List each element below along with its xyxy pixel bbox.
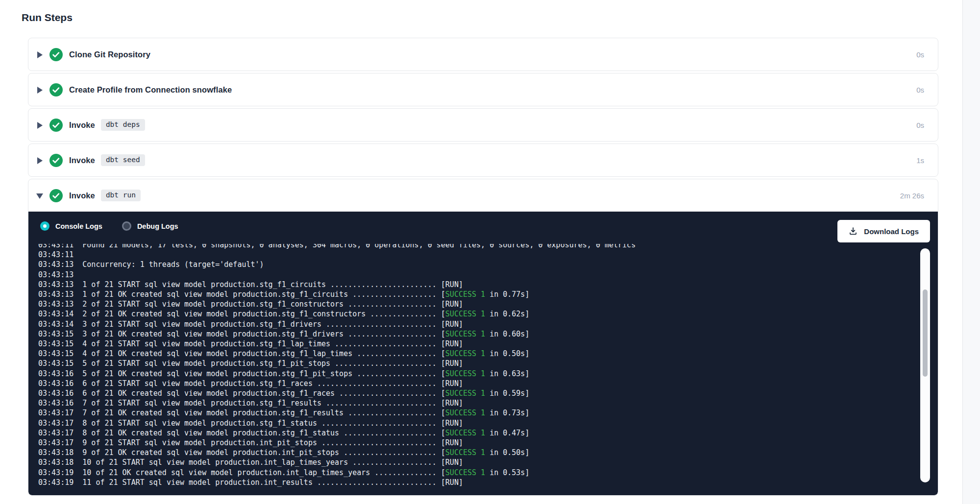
- console-logs-label[interactable]: Console Logs: [55, 222, 102, 230]
- log-line: 03:43:15 4 of 21 START sql view model pr…: [38, 339, 914, 349]
- log-line: 03:43:17 8 of 21 START sql view model pr…: [38, 418, 914, 428]
- check-circle-icon: [49, 154, 63, 167]
- chevron-right-icon[interactable]: [36, 86, 44, 94]
- log-line: 03:43:16 7 of 21 START sql view model pr…: [38, 398, 914, 408]
- log-line: 03:43:18 9 of 21 OK created sql view mod…: [38, 448, 914, 457]
- log-line: 03:43:17 8 of 21 OK created sql view mod…: [38, 428, 914, 438]
- step-command-badge: dbt run: [101, 190, 141, 201]
- log-line: 03:43:17 7 of 21 OK created sql view mod…: [38, 408, 914, 418]
- log-line: 03:43:15 5 of 21 START sql view model pr…: [38, 359, 914, 368]
- step-duration: 1s: [916, 156, 924, 165]
- log-line: 03:43:19 10 of 21 OK created sql view mo…: [38, 468, 914, 478]
- chevron-right-icon[interactable]: [36, 51, 44, 58]
- log-line: 03:43:13 Concurrency: 1 threads (target=…: [38, 260, 914, 269]
- download-icon: [849, 227, 858, 236]
- log-line: 03:43:19 11 of 21 START sql view model p…: [38, 478, 914, 487]
- step-title: Clone Git Repository: [69, 50, 150, 59]
- log-line: 03:43:17 9 of 21 START sql view model pr…: [38, 438, 914, 448]
- run-steps-list: Clone Git Repository 0s Create Profile f…: [28, 38, 938, 496]
- log-line: 03:43:16 6 of 21 OK created sql view mod…: [38, 388, 914, 398]
- log-line: 03:43:16 6 of 21 START sql view model pr…: [38, 379, 914, 388]
- step-title: Create Profile from Connection snowflake: [69, 85, 232, 95]
- chevron-down-icon[interactable]: [36, 192, 44, 199]
- debug-logs-radio-option[interactable]: Debug Logs: [122, 221, 178, 231]
- step-card-dbt-seed: Invoke dbt seed 1s: [28, 144, 938, 177]
- step-header-clone-git[interactable]: Clone Git Repository 0s: [28, 38, 938, 71]
- step-card-dbt-run: Invoke dbt run 2m 26s Console Logs Debug…: [28, 179, 938, 496]
- log-lines: 03:43:11 Found 21 models, 17 tests, 0 sn…: [38, 244, 914, 487]
- chevron-right-icon[interactable]: [36, 121, 44, 129]
- log-line: 03:43:11: [38, 250, 914, 260]
- radio-selected-icon[interactable]: [40, 221, 49, 231]
- step-title: Invoke: [69, 191, 95, 200]
- debug-logs-label[interactable]: Debug Logs: [137, 222, 178, 230]
- log-line: 03:43:11 Found 21 models, 17 tests, 0 sn…: [38, 244, 914, 250]
- check-circle-icon: [49, 189, 63, 202]
- page-title: Run Steps: [22, 12, 73, 24]
- download-logs-label: Download Logs: [864, 227, 919, 236]
- step-header-dbt-seed[interactable]: Invoke dbt seed 1s: [28, 144, 938, 176]
- console-logs-radio-option[interactable]: Console Logs: [40, 221, 102, 231]
- log-scrollbar-thumb[interactable]: [923, 289, 928, 377]
- step-header-dbt-run[interactable]: Invoke dbt run 2m 26s: [28, 179, 938, 212]
- step-card-create-profile: Create Profile from Connection snowflake…: [28, 73, 938, 106]
- download-logs-button[interactable]: Download Logs: [837, 220, 930, 242]
- log-line: 03:43:15 3 of 21 OK created sql view mod…: [38, 329, 914, 339]
- step-duration: 0s: [916, 121, 924, 129]
- chevron-right-icon[interactable]: [36, 157, 44, 164]
- step-duration: 0s: [916, 50, 924, 59]
- step-title: Invoke: [69, 120, 95, 130]
- check-circle-icon: [49, 48, 63, 61]
- step-title: Invoke: [69, 156, 95, 165]
- log-line: 03:43:15 4 of 21 OK created sql view mod…: [38, 349, 914, 359]
- step-command-badge: dbt seed: [101, 154, 145, 166]
- log-line: 03:43:14 2 of 21 OK created sql view mod…: [38, 309, 914, 319]
- log-viewport[interactable]: 03:43:11 Found 21 models, 17 tests, 0 sn…: [38, 244, 914, 488]
- step-header-create-profile[interactable]: Create Profile from Connection snowflake…: [28, 73, 938, 106]
- log-line: 03:43:13 2 of 21 START sql view model pr…: [38, 299, 914, 309]
- log-line: 03:43:18 10 of 21 START sql view model p…: [38, 457, 914, 467]
- log-type-radio-group: Console Logs Debug Logs: [28, 212, 938, 231]
- log-scrollbar-track[interactable]: [920, 248, 930, 482]
- check-circle-icon: [49, 119, 63, 132]
- log-line: 03:43:16 5 of 21 OK created sql view mod…: [38, 369, 914, 379]
- console-log-panel: Console Logs Debug Logs Download Logs 03…: [28, 212, 938, 495]
- step-card-clone-git: Clone Git Repository 0s: [28, 38, 938, 71]
- log-line: 03:43:13 1 of 21 START sql view model pr…: [38, 280, 914, 289]
- step-card-dbt-deps: Invoke dbt deps 0s: [28, 108, 938, 142]
- log-line: 03:43:13 1 of 21 OK created sql view mod…: [38, 289, 914, 299]
- radio-unselected-icon[interactable]: [122, 221, 131, 231]
- check-circle-icon: [49, 83, 63, 96]
- log-line: 03:43:14 3 of 21 START sql view model pr…: [38, 319, 914, 329]
- step-duration: 0s: [916, 86, 924, 94]
- step-header-dbt-deps[interactable]: Invoke dbt deps 0s: [28, 109, 938, 141]
- run-steps-page: Run Steps Clone Git Repository 0s: [0, 0, 980, 504]
- step-command-badge: dbt deps: [101, 119, 145, 131]
- step-duration: 2m 26s: [900, 192, 924, 200]
- page-scrollbar-gutter[interactable]: [962, 0, 980, 504]
- log-line: 03:43:13: [38, 270, 914, 280]
